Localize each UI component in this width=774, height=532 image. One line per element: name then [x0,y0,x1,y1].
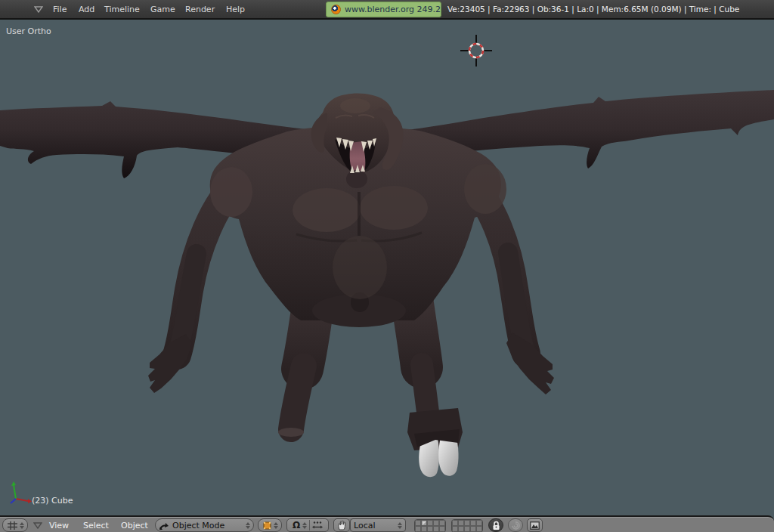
layer-14[interactable] [433,526,439,532]
grid-icon [7,521,18,530]
mini-axis-gizmo [5,479,32,506]
viewport-header-bar: View Select Object Object Mode Ω [0,515,774,532]
swirl-icon [511,521,521,530]
render-preview-button[interactable] [527,518,543,532]
layer-3[interactable] [427,520,433,526]
header-collapse-icon-bottom[interactable] [33,522,42,529]
layer-5[interactable] [439,520,445,526]
bent-arrow-icon [159,521,169,530]
creature-model[interactable] [0,20,774,515]
orientation-dropdown[interactable]: Local [350,518,406,532]
hand-icon [337,520,347,530]
editor-type-stepper[interactable] [20,522,24,529]
layer-13[interactable] [427,526,433,532]
pivot-omega-icon[interactable]: Ω [293,520,300,530]
selected-object-label: (23) Cube [32,496,73,506]
blender-logo-icon [331,5,341,14]
layer-19[interactable] [470,526,476,532]
divider [309,520,310,530]
layer-6[interactable] [452,520,458,526]
version-badge[interactable]: www.blender.org 249.2 [326,2,441,17]
layer-20[interactable] [476,526,482,532]
layer-1[interactable] [415,520,421,526]
snap-button[interactable] [508,518,523,532]
mode-dropdown[interactable]: Object Mode [155,518,254,532]
layer-12[interactable] [421,526,427,532]
layer-buttons-group-1 [414,519,446,532]
view-mode-label: User Ortho [6,26,51,36]
menu-timeline[interactable]: Timeline [104,5,140,14]
mode-stepper[interactable] [246,522,250,529]
manipulator-widget-icon[interactable] [312,521,323,530]
cursor-3d [460,34,493,67]
pivot-stepper[interactable] [302,522,307,529]
editor-type-button[interactable] [2,518,28,532]
menu-add[interactable]: Add [79,5,94,14]
lock-layers-button[interactable] [488,518,503,532]
blender-window: File Add Timeline Game Render Help www.b… [0,0,774,532]
menu-file[interactable]: File [53,5,67,14]
header-collapse-icon[interactable] [34,6,43,13]
menu-help[interactable]: Help [226,5,245,14]
pivot-manipulator-group: Ω [286,518,329,532]
padlock-icon [492,521,500,530]
orientation-stepper[interactable] [398,522,402,529]
menu-object[interactable]: Object [121,521,148,530]
layer-buttons-group-2 [451,519,483,532]
layer-8[interactable] [464,520,470,526]
version-badge-label: www.blender.org 249.2 [345,5,441,14]
layer-16[interactable] [452,526,458,532]
menu-game[interactable]: Game [150,5,175,14]
layer-4[interactable] [433,520,439,526]
mode-dropdown-value: Object Mode [172,521,243,530]
orientation-dropdown-value: Local [354,521,395,530]
layer-2-active[interactable] [421,520,427,526]
viewport-shading-button[interactable] [258,518,282,532]
menu-select[interactable]: Select [83,521,109,530]
viewport-3d[interactable]: User Ortho (23) Cube [0,20,774,515]
layer-11[interactable] [415,526,421,532]
layer-7[interactable] [458,520,464,526]
solid-shading-icon [262,521,272,530]
scene-stats: Ve:23405 | Fa:22963 | Ob:36-1 | La:0 | M… [447,5,739,14]
shading-stepper[interactable] [274,522,278,529]
layer-18[interactable] [464,526,470,532]
top-header-bar: File Add Timeline Game Render Help www.b… [0,0,774,20]
layer-9[interactable] [470,520,476,526]
layer-17[interactable] [458,526,464,532]
orientation-hand-button[interactable] [333,518,350,532]
picture-icon [530,521,540,530]
menu-view[interactable]: View [49,521,69,530]
menu-render[interactable]: Render [185,5,215,14]
layer-10[interactable] [476,520,482,526]
layer-15[interactable] [439,526,445,532]
